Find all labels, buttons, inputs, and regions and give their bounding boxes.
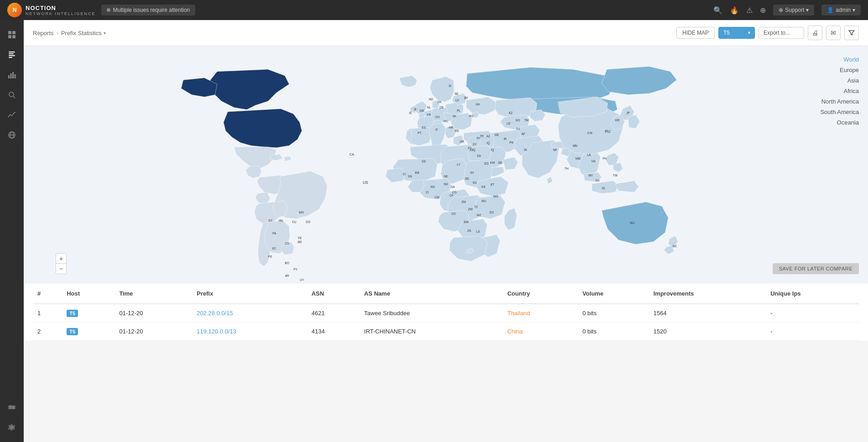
zoom-in-button[interactable]: + [56, 254, 66, 264]
svg-text:SD: SD [465, 177, 469, 180]
prefix-link[interactable]: 119.120.0.0/13 [197, 328, 236, 335]
svg-rect-10 [12, 72, 14, 78]
svg-text:UA: UA [476, 103, 480, 106]
table-header-row: #HostTimePrefixASNAS NameCountryVolumeIm… [33, 284, 859, 304]
svg-text:SA: SA [477, 154, 481, 157]
svg-text:BO: BO [285, 261, 289, 265]
svg-text:MZ: MZ [477, 213, 481, 217]
svg-text:LA: LA [587, 153, 591, 156]
breadcrumb-separator: › [57, 30, 58, 36]
svg-text:IQ: IQ [472, 148, 475, 152]
svg-text:GB: GB [420, 109, 424, 112]
sidebar-item-dashboard[interactable] [3, 26, 21, 44]
svg-text:LY: LY [457, 163, 461, 166]
prefix-stats-table: #HostTimePrefixASNAS NameCountryVolumeIm… [33, 284, 859, 341]
region-north-america[interactable]: North America [820, 97, 859, 106]
svg-text:TH: TH [565, 167, 569, 170]
svg-text:KE: KE [482, 185, 486, 188]
admin-button[interactable]: 👤 admin ▾ [821, 5, 861, 16]
support-button[interactable]: ⊕ Support ▾ [773, 5, 814, 16]
sidebar-item-reports[interactable] [3, 46, 21, 64]
sidebar-item-settings[interactable] [3, 418, 21, 437]
svg-text:MM: MM [576, 157, 581, 160]
region-europe[interactable]: Europe [820, 66, 859, 74]
alert-bar[interactable]: Multiple issues require attention [101, 5, 196, 16]
svg-text:SY: SY [473, 143, 477, 146]
svg-rect-11 [15, 74, 16, 78]
svg-text:ZW: ZW [468, 208, 473, 211]
svg-text:KZ: KZ [509, 111, 512, 114]
cell-unique-ips: - [766, 322, 859, 341]
print-button[interactable]: 🖨 [808, 26, 822, 40]
svg-text:FI: FI [449, 84, 452, 88]
hide-map-button[interactable]: HIDE MAP [676, 27, 715, 39]
col-improvements: Improvements [649, 284, 766, 304]
table-section: #HostTimePrefixASNAS NameCountryVolumeIm… [24, 284, 868, 341]
sidebar-item-analytics[interactable] [3, 66, 21, 84]
svg-text:LS: LS [476, 230, 480, 233]
svg-text:GR: GR [460, 140, 464, 143]
map-container[interactable]: US CA RU CN AU SE FI EG SY SD ET LV BY U… [24, 46, 868, 283]
svg-rect-17 [9, 406, 15, 407]
email-button[interactable]: ✉ [826, 26, 841, 40]
zoom-out-button[interactable]: − [56, 264, 66, 274]
search-icon[interactable]: 🔍 [713, 6, 722, 15]
svg-text:JO: JO [468, 146, 471, 150]
sidebar-item-trends[interactable] [3, 106, 21, 124]
svg-rect-0 [8, 31, 11, 34]
svg-text:KG: KG [516, 119, 520, 122]
table-body: 1 T5 01-12-20 202.28.0.0/15 4621 Tawee S… [33, 304, 859, 341]
settings-icon[interactable]: ⊕ [760, 6, 766, 15]
alert-icon[interactable]: ⚠ [746, 6, 753, 15]
save-compare-button[interactable]: SAVE FOR LATER COMPARE [773, 263, 859, 274]
prefix-link[interactable]: 202.28.0.0/15 [197, 310, 233, 317]
svg-text:MU: MU [482, 199, 486, 203]
svg-text:IN: IN [524, 148, 527, 151]
svg-text:IT: IT [435, 128, 438, 131]
col-host: Host [62, 284, 114, 304]
col-volume: Volume [578, 284, 649, 304]
svg-text:NG: NG [431, 185, 435, 188]
svg-text:PT: PT [418, 131, 421, 135]
breadcrumb-parent[interactable]: Reports [33, 30, 54, 36]
svg-text:TM: TM [524, 119, 528, 122]
breadcrumb-chevron: ▾ [104, 31, 106, 36]
region-south-america[interactable]: South America [820, 108, 859, 116]
export-select[interactable]: Export to... CSV PDF [759, 27, 804, 39]
svg-text:SE: SE [454, 92, 458, 95]
svg-text:NG: NG [444, 182, 448, 186]
svg-point-12 [9, 92, 14, 97]
svg-text:GT: GT [269, 219, 273, 222]
svg-text:DZ: DZ [422, 160, 426, 163]
region-asia[interactable]: Asia [820, 76, 859, 85]
svg-text:PY: PY [294, 268, 298, 271]
sidebar-item-search[interactable] [3, 86, 21, 104]
svg-text:DE: DE [440, 106, 444, 109]
region-africa[interactable]: Africa [820, 87, 859, 95]
topbar-actions: HIDE MAP T5 T1 T2 Export to... CSV PDF 🖨… [676, 26, 859, 40]
svg-text:AR: AR [285, 274, 289, 277]
filter-button[interactable] [844, 26, 859, 40]
cell-prefix[interactable]: 119.120.0.0/13 [192, 322, 307, 341]
sidebar-item-globe[interactable] [3, 126, 21, 144]
cell-time: 01-12-20 [114, 304, 192, 322]
svg-text:IR: IR [504, 137, 507, 140]
svg-text:PL: PL [457, 109, 460, 112]
svg-text:ET: ET [490, 183, 494, 186]
ts-select[interactable]: T5 T1 T2 [718, 27, 755, 39]
cell-time: 01-12-20 [114, 322, 192, 341]
cell-country: China [503, 322, 578, 341]
cell-prefix[interactable]: 202.28.0.0/15 [192, 304, 307, 322]
svg-text:RS: RS [455, 129, 459, 132]
svg-text:BY: BY [464, 96, 468, 99]
svg-text:SN: SN [408, 175, 412, 178]
svg-text:HR: HR [449, 126, 453, 129]
svg-text:ID: ID [602, 187, 605, 190]
fire-icon[interactable]: 🔥 [730, 6, 739, 15]
cell-as-name: Tawee Sribuddee [359, 304, 503, 322]
region-world[interactable]: World [820, 55, 859, 64]
region-oceania[interactable]: Oceania [820, 118, 859, 127]
main-content: Reports › Prefix Statistics ▾ HIDE MAP T… [24, 20, 868, 442]
svg-text:NL: NL [427, 106, 431, 109]
sidebar-item-tools[interactable] [3, 398, 21, 416]
